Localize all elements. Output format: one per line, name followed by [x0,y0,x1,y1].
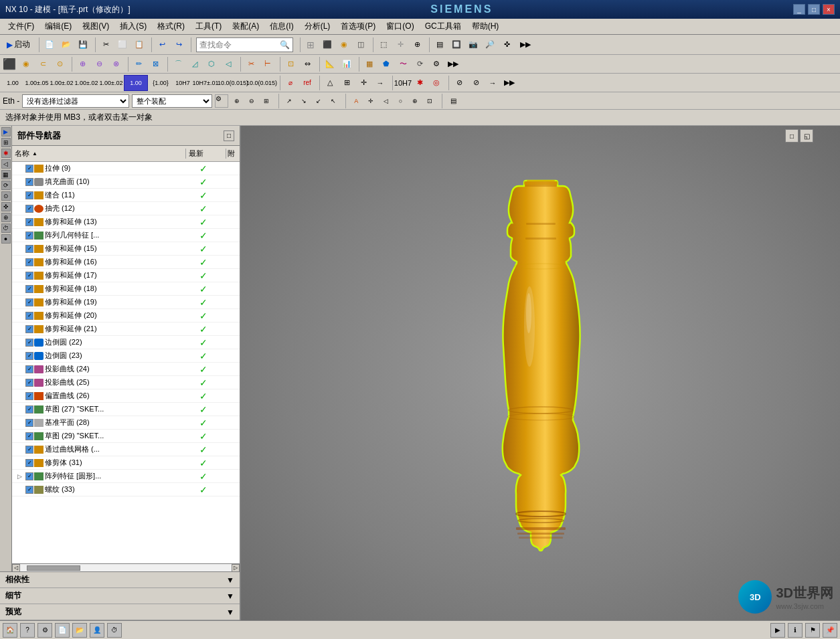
tree-item-18[interactable]: ✓ 偏置曲线 (26) ✓ [12,389,240,403]
checkbox-11[interactable]: ✓ [25,298,33,306]
checkbox-6[interactable]: ✓ [25,232,33,240]
col-ref-header[interactable]: 附 [226,149,240,159]
extrude-btn[interactable]: ⬛ [1,56,17,72]
bs-icon-right-4[interactable]: 📌 [823,623,837,638]
gd-2[interactable]: ⊞ [339,75,355,91]
bs-icon-2[interactable]: ? [20,623,35,638]
tree-item-4[interactable]: ✓ 抽壳 (12) ✓ [12,202,240,215]
bs-icon-right-2[interactable]: ℹ [788,623,803,638]
col-latest-header[interactable]: 最新 [186,149,226,159]
checkbox-10[interactable]: ✓ [25,285,33,293]
tree-item-19[interactable]: ✓ 草图 (27) "SKET... ✓ [12,403,240,416]
checkbox-25[interactable]: ✓ [25,486,33,494]
bs-icon-4[interactable]: 📄 [55,623,70,638]
annotation-2[interactable]: ref [299,75,315,91]
snap-filter-4[interactable]: ↖ [327,95,339,107]
checkbox-24[interactable]: ✓ [25,472,33,480]
checkbox-18[interactable]: ✓ [25,392,33,400]
checkbox-20[interactable]: ✓ [25,419,33,427]
tree-item-23[interactable]: ✓ 修剪体 (31) ✓ [12,456,240,470]
snap-filter-2[interactable]: ↘ [298,95,310,107]
side-icon-8[interactable]: ✜ [1,202,11,211]
hscroll-right-button[interactable]: ▷ [232,564,240,572]
checkbox-21[interactable]: ✓ [25,432,33,440]
menu-format[interactable]: 格式(R) [152,19,190,33]
more-view-3[interactable]: 📷 [465,37,481,53]
expand-icon-24[interactable]: ▷ [17,473,24,480]
dim-4[interactable]: 1.00±.02 [74,75,98,91]
side-icon-1[interactable]: ▶ [1,127,11,136]
copy-button[interactable]: ⬜ [114,37,131,53]
more-tb2-3[interactable]: 〜 [395,56,411,72]
tree-item-2[interactable]: ✓ 填充曲面 (10) ✓ [12,175,240,189]
type-filter-6[interactable]: ⊡ [424,95,436,107]
shell-btn[interactable]: ⬡ [203,56,220,72]
menu-edit[interactable]: 编辑(E) [39,19,77,33]
viewport[interactable]: 3D 3D世界网 www.3sjw.com □ ◱ ↗ ⌒ ⊙ 🔍 ✋ ⟳ [241,126,840,620]
tree-item-24[interactable]: ▷ ✓ 阵列特征 [圆形]... ✓ [12,470,240,483]
draft-btn[interactable]: ◁ [220,56,236,72]
checkbox-22[interactable]: ✓ [25,446,33,454]
sel-filter-3[interactable]: ⊞ [260,95,272,107]
dependency-collapse-icon[interactable]: ▼ [226,575,234,585]
checkbox-12[interactable]: ✓ [25,312,33,320]
bs-icon-right-1[interactable]: ▶ [770,623,785,638]
side-icon-11[interactable]: ● [1,234,11,244]
type-filter-2[interactable]: ✛ [365,95,377,107]
dim-3[interactable]: 1.00±.02 [50,75,74,91]
side-icon-10[interactable]: ⏱ [1,223,11,233]
side-icon-3[interactable]: ✱ [1,149,11,158]
type-filter-1[interactable]: A [350,95,362,107]
boolean-int[interactable]: ⊗ [108,56,124,72]
tree-item-7[interactable]: ✓ 修剪和延伸 (15) ✓ [12,242,240,256]
dim-active[interactable]: 1.00 [124,75,148,91]
dim-1[interactable]: 1.00 [1,75,24,91]
checkbox-14[interactable]: ✓ [25,339,33,347]
tree-scrollbar-h[interactable]: ◁ ▷ [12,563,240,571]
preview-collapse-icon[interactable]: ▼ [226,608,234,617]
checkbox-5[interactable]: ✓ [25,218,33,226]
sketch-btn[interactable]: ✏ [131,56,147,72]
boolean-sub[interactable]: ⊖ [91,56,107,72]
circ-1[interactable]: ⊘ [451,75,467,91]
side-icon-2[interactable]: ⊞ [1,138,11,147]
side-icon-5[interactable]: ▦ [1,170,11,179]
tree-item-3[interactable]: ✓ 缝合 (11) ✓ [12,189,240,202]
hscroll-left-button[interactable]: ◁ [12,564,20,572]
new-button[interactable]: 📄 [41,37,58,53]
view-btn-1[interactable]: ⊞ [303,37,319,53]
assembly-scope-dropdown[interactable]: 整个装配 工作部件 [132,94,212,108]
dim-10h7-2[interactable]: 10H7±.01 [193,75,218,91]
menu-preferences[interactable]: 首选项(P) [335,19,381,33]
snap-filter-3[interactable]: ↙ [313,95,325,107]
checkbox-4[interactable]: ✓ [25,205,33,213]
sym-1[interactable]: 10H7 [395,75,411,91]
menu-window[interactable]: 窗口(O) [381,19,419,33]
measure-btn[interactable]: 📐 [322,56,338,72]
checkbox-3[interactable]: ✓ [25,191,33,199]
dim-10h7-1[interactable]: 10H7 [173,75,192,91]
boolean-union[interactable]: ⊕ [74,56,90,72]
view-btn-4[interactable]: ◫ [353,37,369,53]
tree-item-8[interactable]: ✓ 修剪和延伸 (16) ✓ [12,256,240,269]
undo-button[interactable]: ↩ [154,37,170,53]
checkbox-23[interactable]: ✓ [25,459,33,467]
sel-filter-2[interactable]: ⊖ [246,95,258,107]
close-button[interactable]: × [823,4,835,15]
tree-item-1[interactable]: ✓ 拉伸 (9) ✓ [12,162,240,175]
dim-10h7-3[interactable]: 10.0(0.015) [219,75,247,91]
revolve-btn[interactable]: ◉ [18,56,34,72]
col-name-header[interactable]: 名称 ▲ [12,149,186,159]
dim-2[interactable]: 1.00±.05 [25,75,49,91]
nav-button[interactable]: ▤ [446,94,460,108]
dim-10h7-4[interactable]: 10.0(0.015) [248,75,276,91]
chamfer-btn[interactable]: ◿ [187,56,203,72]
more-view-6[interactable]: ▶▶ [515,37,535,53]
menu-gctoolbox[interactable]: GC工具箱 [420,19,467,33]
maximize-button[interactable]: □ [808,4,820,15]
menu-insert[interactable]: 插入(S) [114,19,152,33]
checkbox-8[interactable]: ✓ [25,258,33,266]
checkbox-2[interactable]: ✓ [25,178,33,186]
annotation-1[interactable]: ⌀ [282,75,299,91]
tree-body[interactable]: ✓ 拉伸 (9) ✓ ✓ 填充曲面 (10) ✓ [12,162,240,563]
